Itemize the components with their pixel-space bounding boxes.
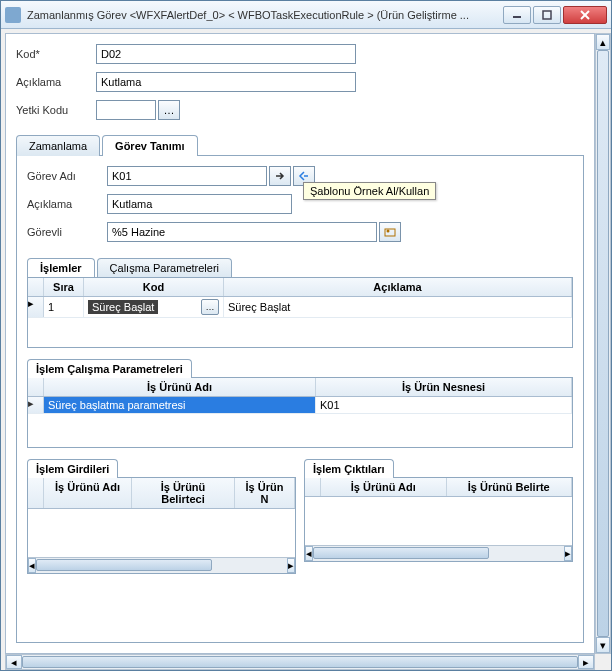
outputs-grid[interactable]: İş Ürünü Adı İş Ürünü Belirte ◂ ▸ — [304, 477, 573, 562]
gorev-adi-input[interactable] — [107, 166, 267, 186]
row-selector-header[interactable] — [28, 478, 44, 508]
col-belirtec[interactable]: İş Ürünü Belirte — [447, 478, 573, 496]
svg-point-5 — [387, 230, 390, 233]
col-aciklama[interactable]: Açıklama — [224, 278, 572, 296]
vertical-scrollbar[interactable]: ▴ ▾ — [595, 33, 611, 654]
gorevli-input[interactable] — [107, 222, 377, 242]
kod-lookup-button[interactable]: … — [201, 299, 219, 315]
scroll-right-button[interactable]: ▸ — [564, 546, 572, 561]
aciklama-input[interactable] — [96, 72, 356, 92]
col-sira[interactable]: Sıra — [44, 278, 84, 296]
cell-nesne[interactable]: K01 — [316, 397, 572, 413]
yetki-label: Yetki Kodu — [16, 104, 96, 116]
gorevli-lookup-button[interactable] — [379, 222, 401, 242]
tab-gorev-tanimi[interactable]: Görev Tanımı — [102, 135, 197, 156]
app-icon — [5, 7, 21, 23]
row-indicator[interactable]: ▸ — [28, 297, 44, 317]
subtab-parametreler[interactable]: Çalışma Parametreleri — [97, 258, 232, 277]
content-panel: Kod* Açıklama Yetki Kodu … Zamanlama Gör… — [5, 33, 595, 654]
table-row[interactable]: ▸ Süreç başlatma parametresi K01 — [28, 397, 572, 414]
scroll-down-button[interactable]: ▾ — [596, 637, 610, 653]
icp-grid[interactable]: İş Ürünü Adı İş Ürün Nesnesi ▸ Süreç baş… — [27, 377, 573, 448]
scroll-left-button[interactable]: ◂ — [28, 558, 36, 573]
row-selector-header[interactable] — [28, 378, 44, 396]
icp-title: İşlem Çalışma Parametreleri — [27, 359, 192, 378]
row-selector-header[interactable] — [28, 278, 44, 296]
yetki-input[interactable] — [96, 100, 156, 120]
scrollbar-track[interactable] — [36, 558, 287, 573]
close-button[interactable] — [563, 6, 607, 24]
gorev-aciklama-input[interactable] — [107, 194, 292, 214]
horizontal-scrollbar[interactable]: ◂ ▸ — [5, 654, 595, 670]
islemler-grid[interactable]: Sıra Kod Açıklama ▸ 1 Süreç Başlat … — [27, 277, 573, 348]
template-tooltip: Şablonu Örnek Al/Kullan — [303, 182, 436, 200]
scroll-left-button[interactable]: ◂ — [6, 655, 22, 669]
col-nesne[interactable]: İş Ürün N — [235, 478, 295, 508]
tab-zamanlama[interactable]: Zamanlama — [16, 135, 100, 156]
subtab-islemler[interactable]: İşlemler — [27, 258, 95, 277]
outputs-title: İşlem Çıktıları — [304, 459, 394, 478]
aciklama-label: Açıklama — [16, 76, 96, 88]
yetki-lookup-button[interactable]: … — [158, 100, 180, 120]
col-kod[interactable]: Kod — [84, 278, 224, 296]
main-tabstrip: Zamanlama Görev Tanımı — [16, 134, 584, 156]
forward-button[interactable] — [269, 166, 291, 186]
sub-tabstrip: İşlemler Çalışma Parametreleri — [27, 258, 573, 277]
tab-body: Görev Adı Şablonu Örnek Al/Kullan Açıkla… — [16, 156, 584, 643]
row-selector-header[interactable] — [305, 478, 321, 496]
window: Zamanlanmış Görev <WFXFAlertDef_0> < WFB… — [0, 0, 612, 671]
scrollbar-track[interactable] — [313, 546, 564, 561]
kod-label: Kod* — [16, 48, 96, 60]
table-row[interactable]: ▸ 1 Süreç Başlat … Süreç Başlat — [28, 297, 572, 318]
cell-kod-value: Süreç Başlat — [88, 300, 158, 314]
row-indicator[interactable]: ▸ — [28, 397, 44, 413]
col-ad[interactable]: İş Ürünü Adı — [321, 478, 447, 496]
kod-input[interactable] — [96, 44, 356, 64]
cell-ad[interactable]: Süreç başlatma parametresi — [44, 397, 316, 413]
maximize-button[interactable] — [533, 6, 561, 24]
col-belirtec[interactable]: İş Ürünü Belirteci — [132, 478, 235, 508]
cell-sira[interactable]: 1 — [44, 297, 84, 317]
scroll-right-button[interactable]: ▸ — [287, 558, 295, 573]
titlebar[interactable]: Zamanlanmış Görev <WFXFAlertDef_0> < WFB… — [1, 1, 611, 29]
col-is-urunu-adi[interactable]: İş Ürünü Adı — [44, 378, 316, 396]
scrollbar-track[interactable] — [596, 50, 610, 637]
cell-kod[interactable]: Süreç Başlat … — [84, 297, 224, 317]
cell-aciklama[interactable]: Süreç Başlat — [224, 297, 572, 317]
inputs-title: İşlem Girdileri — [27, 459, 118, 478]
scroll-left-button[interactable]: ◂ — [305, 546, 313, 561]
svg-rect-1 — [543, 11, 551, 19]
col-is-urun-nesnesi[interactable]: İş Ürün Nesnesi — [316, 378, 572, 396]
gorevli-label: Görevli — [27, 226, 107, 238]
scrollbar-track[interactable] — [22, 655, 578, 669]
window-title: Zamanlanmış Görev <WFXFAlertDef_0> < WFB… — [27, 9, 503, 21]
col-ad[interactable]: İş Ürünü Adı — [44, 478, 132, 508]
scroll-up-button[interactable]: ▴ — [596, 34, 610, 50]
scroll-right-button[interactable]: ▸ — [578, 655, 594, 669]
gorev-aciklama-label: Açıklama — [27, 198, 107, 210]
svg-rect-4 — [385, 229, 395, 236]
gorev-adi-label: Görev Adı — [27, 170, 107, 182]
inputs-grid[interactable]: İş Ürünü Adı İş Ürünü Belirteci İş Ürün … — [27, 477, 296, 574]
minimize-button[interactable] — [503, 6, 531, 24]
